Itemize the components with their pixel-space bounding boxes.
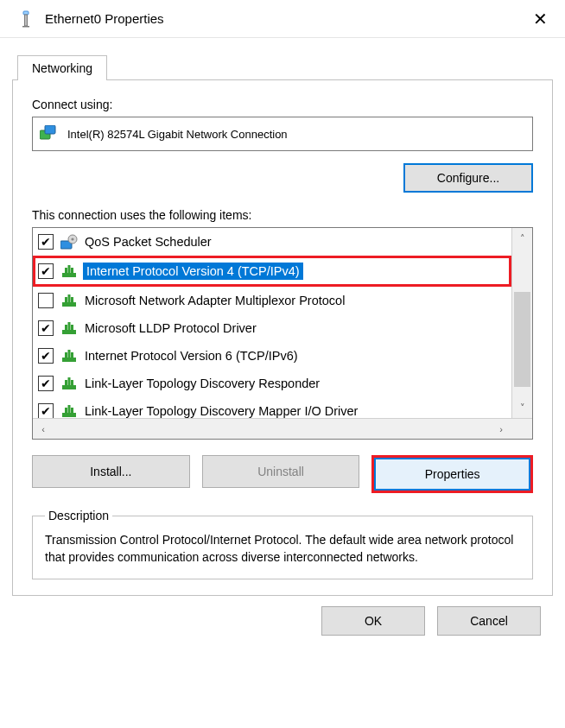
svg-rect-10: [65, 268, 67, 274]
list-item-label: Internet Protocol Version 4 (TCP/IPv4): [83, 263, 303, 280]
dialog-footer: OK Cancel: [12, 596, 553, 636]
window-icon: [17, 10, 35, 28]
svg-rect-19: [71, 325, 73, 331]
list-item[interactable]: ✔Link-Layer Topology Discovery Mapper I/…: [33, 397, 511, 418]
svg-rect-29: [68, 405, 71, 414]
svg-rect-13: [68, 294, 71, 303]
checkbox[interactable]: ✔: [38, 376, 54, 391]
svg-rect-25: [68, 377, 71, 386]
list-item-label: QoS Packet Scheduler: [85, 235, 212, 249]
list-item[interactable]: ✔Microsoft LLDP Protocol Driver: [33, 314, 511, 342]
tab-networking[interactable]: Networking: [17, 55, 107, 80]
adapter-box[interactable]: Intel(R) 82574L Gigabit Network Connecti…: [32, 117, 533, 151]
gear-icon: [60, 234, 78, 250]
description-group: Description Transmission Control Protoco…: [32, 509, 533, 579]
hscroll-track[interactable]: [54, 419, 491, 439]
close-button[interactable]: ✕: [526, 7, 555, 31]
scroll-right-arrow-icon[interactable]: ›: [491, 419, 511, 439]
list-item-label: Microsoft Network Adapter Multiplexor Pr…: [85, 294, 345, 307]
vertical-scrollbar[interactable]: ˄ ˅: [511, 228, 532, 418]
properties-button[interactable]: Properties: [374, 458, 530, 491]
protocol-icon: [60, 320, 78, 336]
svg-rect-23: [71, 352, 73, 358]
svg-rect-1: [25, 15, 28, 26]
uninstall-button: Uninstall: [202, 455, 360, 488]
items-label: This connection uses the following items…: [32, 208, 533, 222]
tab-panel-networking: Connect using: Intel(R) 82574L Gigabit N…: [12, 79, 553, 596]
list-item[interactable]: ✔Link-Layer Topology Discovery Responder: [33, 370, 511, 397]
description-legend: Description: [45, 509, 112, 522]
checkbox[interactable]: ✔: [38, 348, 54, 364]
svg-rect-17: [68, 322, 71, 331]
title-bar: Ethernet0 Properties ✕: [0, 0, 565, 38]
dialog-body: Networking Connect using: Intel(R) 82574…: [0, 38, 565, 648]
checkbox[interactable]: ✔: [38, 403, 54, 418]
checkbox[interactable]: ✔: [38, 263, 54, 279]
protocol-icon: [60, 403, 78, 418]
horizontal-scrollbar[interactable]: ‹ ›: [33, 418, 532, 439]
item-buttons-row: Install... Uninstall Properties: [32, 455, 533, 493]
scroll-down-arrow-icon[interactable]: ˅: [512, 397, 532, 418]
checkbox[interactable]: [38, 293, 54, 308]
connect-using-label: Connect using:: [32, 98, 533, 111]
list-item-label: Microsoft LLDP Protocol Driver: [85, 321, 257, 335]
scroll-left-arrow-icon[interactable]: ‹: [33, 419, 54, 439]
ok-button[interactable]: OK: [321, 606, 425, 636]
adapter-name: Intel(R) 82574L Gigabit Network Connecti…: [67, 128, 288, 141]
list-item[interactable]: Microsoft Network Adapter Multiplexor Pr…: [33, 287, 511, 314]
list-item-label: Internet Protocol Version 6 (TCP/IPv6): [85, 349, 298, 363]
configure-button[interactable]: Configure...: [403, 163, 533, 193]
checkbox[interactable]: ✔: [38, 320, 54, 336]
list-item[interactable]: ✔QoS Packet Scheduler: [33, 228, 511, 256]
cancel-button[interactable]: Cancel: [437, 606, 541, 636]
network-adapter-icon: [40, 125, 59, 142]
svg-rect-31: [71, 408, 73, 414]
tab-strip: Networking: [17, 50, 553, 79]
connection-items-listbox: ✔QoS Packet Scheduler✔Internet Protocol …: [32, 227, 533, 440]
checkbox[interactable]: ✔: [38, 234, 54, 250]
svg-rect-18: [65, 325, 67, 331]
protocol-icon: [60, 348, 78, 364]
scroll-thumb[interactable]: [514, 292, 530, 387]
protocol-icon: [60, 376, 78, 391]
svg-point-7: [71, 237, 73, 240]
description-text: Transmission Control Protocol/Internet P…: [45, 531, 520, 567]
scroll-track[interactable]: [512, 249, 532, 397]
svg-rect-9: [68, 265, 71, 274]
protocol-icon: [60, 293, 78, 308]
protocol-icon: [60, 263, 78, 279]
svg-rect-2: [22, 26, 29, 28]
list-item-callout: ✔Internet Protocol Version 4 (TCP/IPv4): [33, 256, 511, 287]
properties-button-callout: Properties: [371, 455, 533, 493]
svg-rect-26: [65, 380, 67, 386]
svg-rect-11: [71, 268, 73, 274]
svg-rect-21: [68, 350, 71, 358]
svg-rect-14: [65, 297, 67, 303]
svg-rect-22: [65, 352, 67, 358]
window-title: Ethernet0 Properties: [45, 11, 526, 26]
scroll-corner: [511, 419, 532, 439]
scroll-up-arrow-icon[interactable]: ˄: [512, 228, 532, 249]
list-item-label: Link-Layer Topology Discovery Responder: [85, 377, 320, 390]
list-item[interactable]: ✔Internet Protocol Version 4 (TCP/IPv4): [35, 258, 509, 284]
configure-row: Configure...: [32, 163, 533, 193]
svg-rect-4: [45, 125, 55, 134]
svg-rect-15: [71, 297, 73, 303]
list-item[interactable]: ✔Internet Protocol Version 6 (TCP/IPv6): [33, 342, 511, 370]
svg-rect-30: [65, 408, 67, 414]
svg-rect-0: [23, 11, 29, 15]
list-item-label: Link-Layer Topology Discovery Mapper I/O…: [85, 404, 358, 418]
svg-rect-27: [71, 380, 73, 386]
install-button[interactable]: Install...: [32, 455, 190, 488]
